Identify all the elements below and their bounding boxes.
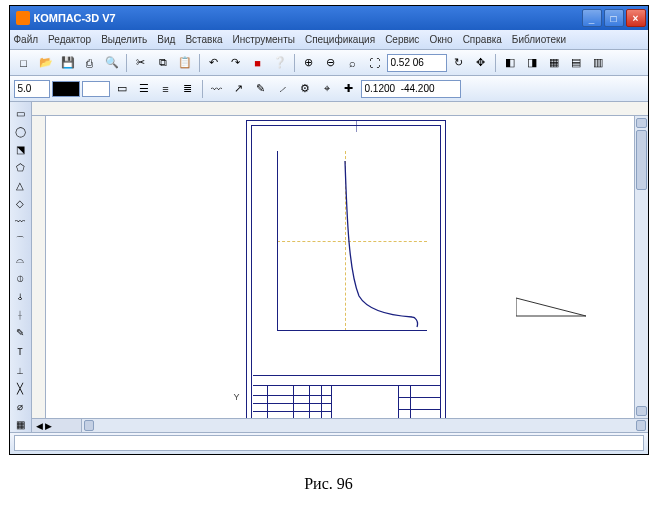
pan-icon[interactable]: ✥ xyxy=(471,53,491,73)
tri-tool-icon[interactable]: △ xyxy=(11,179,29,193)
zoom-field[interactable] xyxy=(387,54,447,72)
scroll-right-button[interactable] xyxy=(636,420,646,431)
bg-swatch[interactable] xyxy=(82,81,110,97)
statusbar xyxy=(10,432,648,454)
diam-tool-icon[interactable]: ⌀ xyxy=(11,400,29,414)
style-3-icon[interactable]: ≡ xyxy=(156,79,176,99)
origin-y-label: Y xyxy=(234,392,240,402)
toolbar-main: □ 📂 💾 ⎙ 🔍 ✂ ⧉ 📋 ↶ ↷ ■ ❔ ⊕ ⊖ ⌕ ⛶ ↻ ✥ ◧ ◨ … xyxy=(10,50,648,76)
menu-spec[interactable]: Спецификация xyxy=(305,34,375,45)
grid-tool-icon[interactable]: ▦ xyxy=(11,418,29,432)
cut-icon[interactable]: ✂ xyxy=(131,53,151,73)
separator xyxy=(294,54,295,72)
app-icon xyxy=(16,11,30,25)
scroll-thumb-v[interactable] xyxy=(636,130,647,190)
app-window: КОМПАС-3D V7 _ □ × Файл Редактор Выделит… xyxy=(9,5,649,455)
zoom-in-icon[interactable]: ⊕ xyxy=(299,53,319,73)
rect-tool-icon[interactable]: ▭ xyxy=(11,106,29,120)
poly2-tool-icon[interactable]: ⬠ xyxy=(11,160,29,174)
menu-edit[interactable]: Редактор xyxy=(48,34,91,45)
scroll-down-button[interactable] xyxy=(636,406,647,416)
menu-view[interactable]: Вид xyxy=(157,34,175,45)
circle-tool-icon[interactable]: ◯ xyxy=(11,124,29,138)
sheet-tabs[interactable]: ◀ ▶ xyxy=(32,419,82,432)
layout-5-icon[interactable]: ▥ xyxy=(588,53,608,73)
stop-icon[interactable]: ■ xyxy=(248,53,268,73)
perp-tool-icon[interactable]: ⟂ xyxy=(11,364,29,378)
trim-tool-icon[interactable]: ╳ xyxy=(11,382,29,396)
menu-window[interactable]: Окно xyxy=(429,34,452,45)
text-tool-icon[interactable]: Ｔ xyxy=(11,344,29,360)
dim-tool-icon[interactable]: ⫰ xyxy=(11,289,29,303)
title-block xyxy=(253,375,441,418)
paste-icon[interactable]: 📋 xyxy=(175,53,195,73)
tool-palette: ▭ ◯ ⬔ ⬠ △ ◇ 〰 ⌒ ⌓ ⦶ ⫰ ⟊ ✎ Ｔ ⟂ ╳ ⌀ ▦ xyxy=(10,102,32,432)
redo-icon[interactable]: ↷ xyxy=(226,53,246,73)
curve-plot xyxy=(277,151,427,331)
scroll-left-button[interactable] xyxy=(84,420,94,431)
style-2-icon[interactable]: ☰ xyxy=(134,79,154,99)
ruler-vertical xyxy=(32,116,46,418)
scroll-up-button[interactable] xyxy=(636,118,647,128)
style-1-icon[interactable]: ▭ xyxy=(112,79,132,99)
preview-icon[interactable]: 🔍 xyxy=(102,53,122,73)
layout-3-icon[interactable]: ▦ xyxy=(544,53,564,73)
close-button[interactable]: × xyxy=(626,9,646,27)
print-icon[interactable]: ⎙ xyxy=(80,53,100,73)
diamond-tool-icon[interactable]: ◇ xyxy=(11,197,29,211)
pencil-tool-icon[interactable]: ✎ xyxy=(11,325,29,339)
line-icon[interactable]: ⟋ xyxy=(273,79,293,99)
coord-readout[interactable] xyxy=(361,80,461,98)
drawing-sheet xyxy=(246,120,446,418)
help-icon[interactable]: ❔ xyxy=(270,53,290,73)
gear-icon[interactable]: ⚙ xyxy=(295,79,315,99)
curve-tool-icon[interactable]: 〰 xyxy=(11,215,29,229)
arc-tool-icon[interactable]: ⌒ xyxy=(11,233,29,249)
toolbar-props: ▭ ☰ ≡ ≣ 〰 ↗ ✎ ⟋ ⚙ ⌖ ✚ xyxy=(10,76,648,102)
arc2-tool-icon[interactable]: ⌓ xyxy=(11,253,29,267)
maximize-button[interactable]: □ xyxy=(604,9,624,27)
layout-2-icon[interactable]: ◨ xyxy=(522,53,542,73)
style-4-icon[interactable]: ≣ xyxy=(178,79,198,99)
fg-swatch[interactable] xyxy=(52,81,80,97)
size-field[interactable] xyxy=(14,80,50,98)
scrollbar-horizontal[interactable]: ◀ ▶ xyxy=(32,418,648,432)
layout-1-icon[interactable]: ◧ xyxy=(500,53,520,73)
hatch-tool-icon[interactable]: ⟊ xyxy=(11,307,29,321)
open-icon[interactable]: 📂 xyxy=(36,53,56,73)
crosshair-icon[interactable]: ✚ xyxy=(339,79,359,99)
edit-icon[interactable]: ✎ xyxy=(251,79,271,99)
window-title: КОМПАС-3D V7 xyxy=(34,12,116,24)
new-icon[interactable]: □ xyxy=(14,53,34,73)
ellipse-tool-icon[interactable]: ⦶ xyxy=(11,271,29,285)
zoom-window-icon[interactable]: ⌕ xyxy=(343,53,363,73)
menu-insert[interactable]: Вставка xyxy=(185,34,222,45)
undo-icon[interactable]: ↶ xyxy=(204,53,224,73)
canvas-area: Y ◀ ▶ xyxy=(32,102,648,432)
scrollbar-vertical[interactable] xyxy=(634,116,648,418)
arrow-icon[interactable]: ↗ xyxy=(229,79,249,99)
separator xyxy=(126,54,127,72)
zoom-fit-icon[interactable]: ⛶ xyxy=(365,53,385,73)
layout-4-icon[interactable]: ▤ xyxy=(566,53,586,73)
ruler-horizontal xyxy=(32,102,648,116)
spline-icon[interactable]: 〰 xyxy=(207,79,227,99)
separator xyxy=(202,80,203,98)
menu-select[interactable]: Выделить xyxy=(101,34,147,45)
save-icon[interactable]: 💾 xyxy=(58,53,78,73)
drawing-canvas[interactable]: Y xyxy=(46,116,634,418)
menu-file[interactable]: Файл xyxy=(14,34,39,45)
menu-service[interactable]: Сервис xyxy=(385,34,419,45)
menu-help[interactable]: Справка xyxy=(463,34,502,45)
separator xyxy=(495,54,496,72)
status-field xyxy=(14,435,644,451)
minimize-button[interactable]: _ xyxy=(582,9,602,27)
menu-tools[interactable]: Инструменты xyxy=(233,34,295,45)
poly1-tool-icon[interactable]: ⬔ xyxy=(11,142,29,156)
titlebar: КОМПАС-3D V7 _ □ × xyxy=(10,6,648,30)
snap-icon[interactable]: ⌖ xyxy=(317,79,337,99)
refresh-icon[interactable]: ↻ xyxy=(449,53,469,73)
zoom-out-icon[interactable]: ⊖ xyxy=(321,53,341,73)
copy-icon[interactable]: ⧉ xyxy=(153,53,173,73)
menu-lib[interactable]: Библиотеки xyxy=(512,34,566,45)
